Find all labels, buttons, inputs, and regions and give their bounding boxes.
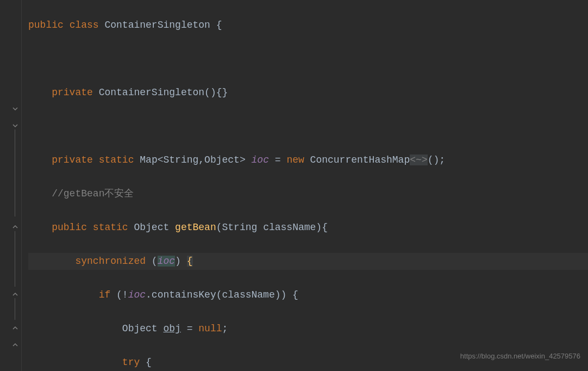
fold-icon[interactable] (12, 106, 18, 112)
code-line: //getBean不安全 (28, 186, 588, 202)
fold-icon[interactable] (12, 325, 18, 331)
code-line: public static Object getBean(String clas… (28, 219, 588, 236)
code-line (28, 118, 588, 135)
editor-container: public class ContainerSingleton { privat… (0, 0, 588, 371)
gutter (0, 0, 22, 371)
code-area[interactable]: public class ContainerSingleton { privat… (22, 0, 588, 371)
fold-icon[interactable] (12, 224, 18, 230)
code-line-current: synchronized (ioc) { (28, 253, 588, 270)
code-line: private static Map<String,Object> ioc = … (28, 152, 588, 169)
code-line: public class ContainerSingleton { (28, 17, 588, 34)
fold-icon[interactable] (12, 342, 18, 348)
fold-icon[interactable] (12, 291, 18, 298)
code-line: private ContainerSingleton(){} (28, 84, 588, 101)
code-line (28, 51, 588, 67)
code-line: if (!ioc.containsKey(className)) { (28, 287, 588, 304)
folded-generic[interactable]: <~> (410, 154, 427, 165)
watermark: https://blog.csdn.net/weixin_42579576 (460, 348, 580, 364)
code-line: Object obj = null; (28, 320, 588, 337)
fold-icon[interactable] (12, 122, 18, 129)
